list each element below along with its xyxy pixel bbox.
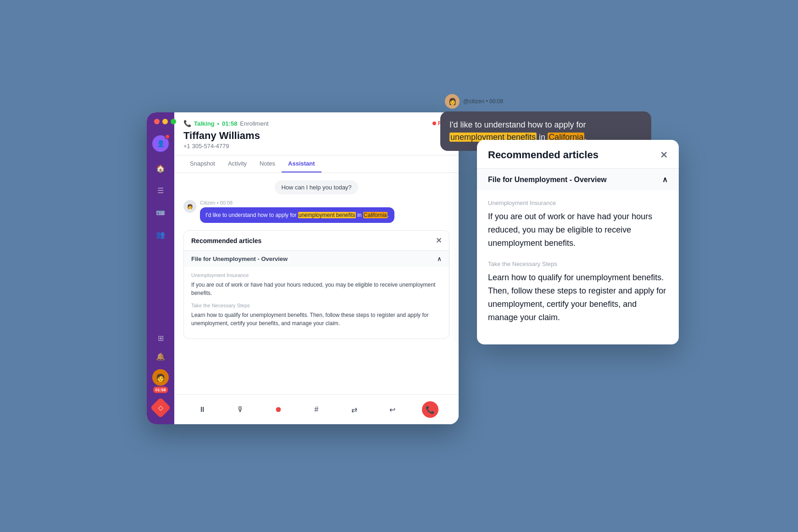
lap-close-button[interactable]: ✕	[660, 150, 668, 161]
maximize-button[interactable]	[171, 119, 176, 124]
lap-section2-body: Learn how to qualify for unemployment be…	[488, 271, 668, 324]
close-button[interactable]	[154, 119, 160, 124]
lap-section1-title: Unemployment Insurance	[488, 200, 668, 206]
msg-text-mid: in	[356, 212, 363, 218]
call-status-row: 📞 Talking • 01:58 Enrollment REC	[183, 120, 449, 127]
transcript-user-row: 👩 @citizen • 00:08	[440, 94, 651, 109]
lap-article-title: File for Unemployment - Overview	[488, 176, 607, 184]
forward-button[interactable]: ↩	[384, 401, 401, 418]
notification-badge	[165, 134, 170, 139]
article-title-small: File for Unemployment - Overview	[191, 255, 288, 262]
sidebar-item-grid[interactable]: ⊞	[155, 332, 166, 344]
message-time: • 00:08	[217, 200, 233, 205]
call-timer: 01:58	[153, 387, 167, 393]
tab-notes[interactable]: Notes	[253, 155, 282, 172]
transcript-text-before: I'd like to understand how to apply for	[449, 120, 586, 129]
sidebar: 👤 🏠 ☰ 🪪 👥 ⊞ 🔔 🧑 01:58 ◇	[147, 112, 174, 424]
call-controls: ⏸ 🎙 ⏺ # ⇄ ↩ 📞	[174, 394, 459, 424]
transfer-button[interactable]: ⇄	[346, 401, 363, 418]
transcript-user-label: @citizen • 00:08	[463, 98, 503, 105]
section1-body: If you are out of work or have had your …	[191, 281, 442, 297]
call-duration: 01:58	[222, 120, 237, 127]
sidebar-item-list[interactable]: ☰	[155, 185, 166, 196]
sidebar-item-id[interactable]: 🪪	[155, 207, 166, 218]
user-avatar-image: 🧑	[156, 373, 165, 382]
message-content: Citizen • 00:08 I'd like to understand h…	[200, 200, 449, 223]
sidebar-user-avatar[interactable]: 🧑	[152, 369, 169, 386]
call-header: 📞 Talking • 01:58 Enrollment REC Tiffany…	[174, 112, 459, 155]
message-meta: Citizen • 00:08	[200, 200, 449, 205]
keypad-button[interactable]: #	[308, 401, 325, 418]
caller-name: Tiffany Williams	[183, 130, 449, 142]
msg-text-after: .	[388, 212, 389, 218]
tab-activity[interactable]: Activity	[222, 155, 253, 172]
scene: 👤 🏠 ☰ 🪪 👥 ⊞ 🔔 🧑 01:58 ◇	[147, 94, 651, 438]
section2-body: Learn how to qualify for unemployment be…	[191, 311, 442, 327]
lap-section2-title: Take the Necessary Steps	[488, 260, 668, 267]
tab-bar: Snapshot Activity Notes Assistant	[174, 155, 459, 173]
end-call-button[interactable]: 📞	[422, 401, 438, 418]
citizen-avatar: 🧑	[183, 200, 196, 213]
tab-snapshot[interactable]: Snapshot	[183, 155, 222, 172]
section1-title: Unemployment Insurance	[191, 272, 442, 278]
record-button[interactable]: ⏺	[270, 401, 287, 418]
main-content: 📞 Talking • 01:58 Enrollment REC Tiffany…	[174, 112, 459, 424]
message-row: 🧑 Citizen • 00:08 I'd like to understand…	[183, 200, 449, 223]
article-item-header[interactable]: File for Unemployment - Overview ∧	[184, 251, 449, 267]
sidebar-item-home[interactable]: 🏠	[155, 163, 166, 174]
caller-phone: +1 305-574-4779	[183, 143, 449, 150]
call-status-left: 📞 Talking • 01:58 Enrollment	[183, 120, 269, 127]
rec-dot	[432, 122, 436, 125]
lap-body: Unemployment Insurance If you are out of…	[477, 190, 679, 344]
rec-articles-header: Recommended articles ✕	[184, 231, 449, 250]
traffic-lights	[154, 119, 176, 124]
section2-title: Take the Necessary Steps	[191, 303, 442, 308]
rec-articles-close[interactable]: ✕	[436, 236, 442, 245]
sidebar-item-users[interactable]: 👥	[155, 229, 166, 240]
lap-header: Recommended articles ✕	[477, 140, 679, 168]
call-category: Enrollment	[240, 120, 268, 127]
mute-button[interactable]: 🎙	[232, 401, 249, 418]
lap-article-header[interactable]: File for Unemployment - Overview ∧	[477, 168, 679, 190]
phone-app: 👤 🏠 ☰ 🪪 👥 ⊞ 🔔 🧑 01:58 ◇	[147, 112, 459, 424]
lap-title: Recommended articles	[488, 149, 598, 161]
avatar-icon: 👤	[157, 140, 165, 147]
msg-text-before: I'd like to understand how to apply for	[205, 212, 298, 218]
highlight-unemployment: unemployment benefits	[298, 212, 356, 218]
article-body: Unemployment Insurance If you are out of…	[184, 267, 449, 338]
highlight-california: California	[363, 212, 388, 218]
minimize-button[interactable]	[162, 119, 168, 124]
diamond-icon: ◇	[158, 404, 163, 411]
chevron-up-icon: ∧	[437, 255, 442, 262]
lap-chevron-up-icon: ∧	[662, 175, 668, 184]
recommended-articles-card: Recommended articles ✕ File for Unemploy…	[183, 230, 449, 339]
sidebar-bottom: ⊞ 🔔 🧑 01:58 ◇	[152, 332, 169, 424]
sidebar-item-bell[interactable]: 🔔	[155, 351, 166, 362]
call-time: •	[217, 120, 220, 127]
message-sender: Citizen	[200, 200, 216, 205]
talking-label: Talking	[194, 120, 215, 127]
assistant-bubble: How can I help you today?	[275, 180, 358, 194]
article-item: File for Unemployment - Overview ∧ Unemp…	[184, 250, 449, 338]
tab-assistant[interactable]: Assistant	[282, 155, 321, 172]
diamond-button[interactable]: ◇	[150, 397, 171, 418]
rec-articles-title: Recommended articles	[191, 237, 261, 244]
large-article-panel: Recommended articles ✕ File for Unemploy…	[477, 140, 679, 344]
lap-section1-body: If you are out of work or have had your …	[488, 210, 668, 249]
pause-button[interactable]: ⏸	[194, 401, 211, 418]
transcript-user-avatar: 👩	[445, 94, 460, 109]
chat-area: How can I help you today? 🧑 Citizen • 00…	[174, 173, 459, 394]
phone-icon: 📞	[183, 120, 191, 127]
sidebar-avatar[interactable]: 👤	[152, 135, 169, 152]
citizen-message-bubble: I'd like to understand how to apply for …	[200, 207, 394, 223]
